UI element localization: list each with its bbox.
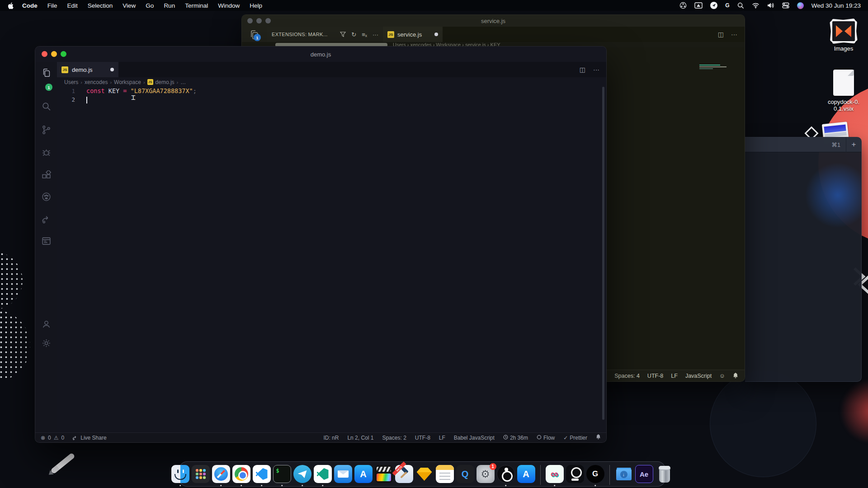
menu-bar-clock[interactable]: Wed 30 Jun 19:23: [811, 2, 861, 9]
status-item-prettier[interactable]: ✓Prettier: [563, 435, 587, 441]
logitech-g-icon[interactable]: G: [725, 2, 729, 9]
dock-trash[interactable]: [656, 465, 674, 483]
minimize-button[interactable]: [51, 51, 57, 57]
close-button[interactable]: [42, 51, 47, 57]
menu-item-go[interactable]: Go: [141, 2, 159, 9]
status-item-lf[interactable]: LF: [439, 435, 445, 441]
dock-obs[interactable]: [497, 465, 515, 483]
code-line[interactable]: 1const KEY = "L87XGAA7288837X";: [57, 87, 606, 95]
feedback-smiley-icon[interactable]: ☺: [719, 373, 725, 379]
menu-item-help[interactable]: Help: [245, 2, 267, 9]
dock-finder[interactable]: [171, 465, 189, 483]
terminal-new-tab-button[interactable]: +: [846, 137, 861, 152]
dock-quicktime[interactable]: Q: [456, 465, 474, 483]
dock-xcode[interactable]: BETA: [395, 465, 413, 483]
desktop-icon-copydock[interactable]: copydock-0.0.1.vsix: [823, 70, 864, 112]
editor-area[interactable]: 1const KEY = "L87XGAA7288837X";2: [57, 87, 606, 432]
zoom-button[interactable]: [61, 51, 66, 57]
breadcrumb-segment[interactable]: xencodes: [85, 79, 108, 85]
dock-safari[interactable]: [212, 465, 230, 483]
siri-icon[interactable]: [797, 2, 804, 9]
status-item-bell[interactable]: [596, 434, 601, 441]
breadcrumb-segment[interactable]: …: [180, 79, 186, 85]
dock-webcam[interactable]: [566, 465, 584, 483]
close-button[interactable]: [247, 18, 253, 23]
activity-bar[interactable]: 1: [242, 27, 267, 42]
dock-aftereffects[interactable]: Ae: [635, 465, 653, 483]
status-item-spaces-2[interactable]: Spaces: 2: [382, 435, 406, 441]
breadcrumb-segment[interactable]: Users: [64, 79, 78, 85]
dock-downloads[interactable]: [615, 465, 633, 483]
live-share-icon[interactable]: [42, 215, 51, 224]
dock-infinity[interactable]: ∞: [546, 465, 564, 483]
more-actions-icon[interactable]: ···: [731, 31, 737, 38]
minimize-button[interactable]: [256, 18, 262, 23]
status-item-javascript[interactable]: JavaScript: [685, 373, 712, 379]
extensions-icon[interactable]: [42, 170, 51, 180]
more-actions-icon[interactable]: ···: [593, 66, 599, 73]
status-item-lf[interactable]: LF: [671, 373, 678, 379]
status-item-ln-2-col-1[interactable]: Ln 2, Col 1: [347, 435, 373, 441]
status-item-spaces-4[interactable]: Spaces: 4: [614, 373, 640, 379]
paw-extension-icon[interactable]: [42, 192, 51, 202]
browser-preview-icon[interactable]: [42, 236, 51, 246]
source-control-icon[interactable]: [42, 125, 51, 135]
dock-settings[interactable]: ⚙1: [476, 465, 495, 483]
dock-insiders[interactable]: [314, 465, 332, 483]
dock-terminal[interactable]: $: [273, 465, 291, 483]
breadcrumb[interactable]: Users›xencodes›Workspace›JSdemo.js›…: [57, 77, 606, 87]
dock-vscode[interactable]: [253, 465, 271, 483]
split-editor-icon[interactable]: ◫: [580, 66, 585, 73]
tab-service-js[interactable]: JS service.js: [383, 27, 443, 42]
menu-item-code[interactable]: Code: [17, 2, 42, 9]
menu-item-selection[interactable]: Selection: [83, 2, 118, 9]
dock-mail[interactable]: [334, 465, 352, 483]
dock-finalcut[interactable]: [375, 465, 393, 483]
status-item-babel-javascript[interactable]: Babel JavaScript: [454, 435, 495, 441]
location-arrow-icon[interactable]: [710, 2, 717, 9]
obs-status-icon[interactable]: [679, 2, 687, 9]
scrollbar[interactable]: [602, 87, 604, 420]
breadcrumb-segment[interactable]: Workspace: [114, 79, 141, 85]
clear-filter-icon[interactable]: ≡ₓ: [362, 31, 367, 38]
filter-icon[interactable]: [340, 32, 346, 37]
tab-demo-js[interactable]: JS demo.js: [57, 62, 118, 77]
status-item-flow[interactable]: Flow: [537, 435, 555, 441]
spotlight-search-icon[interactable]: [737, 2, 744, 9]
refresh-icon[interactable]: ↻: [351, 31, 356, 38]
live-share-status[interactable]: Live Share: [72, 435, 106, 441]
front-window-titlebar[interactable]: demo.js: [35, 47, 606, 62]
dock-sketch[interactable]: [415, 465, 434, 483]
menu-item-run[interactable]: Run: [159, 2, 180, 9]
dock-appstore[interactable]: A: [354, 465, 373, 483]
terminal-window[interactable]: ⌘1 +: [745, 137, 862, 382]
status-item-utf-8[interactable]: UTF-8: [647, 373, 663, 379]
status-item-utf-8[interactable]: UTF-8: [415, 435, 430, 441]
wifi-icon[interactable]: [752, 3, 760, 9]
unsaved-dot-icon[interactable]: [110, 68, 114, 71]
code-line[interactable]: 2: [57, 95, 606, 104]
menu-item-view[interactable]: View: [118, 2, 141, 9]
problems-indicator[interactable]: ⊗ 0 ⚠ 0: [41, 435, 64, 441]
apple-menu-icon[interactable]: [7, 2, 14, 9]
search-icon[interactable]: [42, 102, 51, 111]
menu-item-edit[interactable]: Edit: [62, 2, 83, 9]
status-item-2h-36m[interactable]: 2h 36m: [503, 435, 528, 441]
dock-telegram[interactable]: [293, 465, 311, 483]
more-actions-icon[interactable]: ···: [373, 31, 378, 38]
menu-item-file[interactable]: File: [42, 2, 62, 9]
settings-gear-icon[interactable]: [42, 338, 51, 348]
dock-notes[interactable]: [436, 465, 454, 483]
zoom-button[interactable]: [265, 18, 271, 23]
dock-appstore[interactable]: A: [517, 465, 535, 483]
explorer-icon[interactable]: [42, 67, 52, 78]
split-editor-icon[interactable]: ◫: [718, 31, 724, 38]
control-center-icon[interactable]: [782, 2, 789, 9]
run-debug-icon[interactable]: [42, 148, 51, 157]
breadcrumb-segment[interactable]: demo.js: [156, 79, 175, 85]
dock-launchpad[interactable]: [192, 465, 210, 483]
menu-item-window[interactable]: Window: [213, 2, 245, 9]
menu-item-terminal[interactable]: Terminal: [180, 2, 213, 9]
volume-icon[interactable]: [767, 2, 774, 9]
bell-icon[interactable]: [733, 373, 738, 379]
